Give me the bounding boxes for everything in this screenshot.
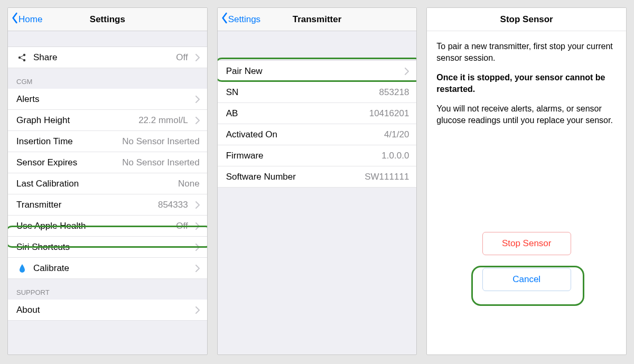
- insertion-time-label: Insertion Time: [16, 136, 73, 147]
- chevron-right-icon: [195, 244, 200, 251]
- apple-health-row[interactable]: Use Apple Health Off: [8, 216, 207, 237]
- pair-new-label: Pair New: [226, 66, 263, 77]
- back-button[interactable]: Settings: [218, 12, 260, 26]
- pair-new-row[interactable]: Pair New: [218, 61, 417, 82]
- software-label: Software Number: [226, 172, 296, 182]
- share-icon: [16, 53, 28, 62]
- chevron-right-icon: [195, 306, 200, 314]
- back-label: Home: [18, 14, 42, 25]
- sensor-expires-value: No Sensor Inserted: [77, 157, 199, 168]
- paragraph-3: You will not receive alerts, alarms, or …: [436, 103, 617, 126]
- siri-row[interactable]: Siri Shortcuts: [8, 237, 207, 258]
- calibrate-label: Calibrate: [33, 263, 69, 274]
- alerts-label: Alerts: [16, 94, 39, 105]
- svg-line-4: [21, 58, 24, 60]
- transmitter-screen: Settings Transmitter Pair New SN 853218 …: [217, 7, 417, 355]
- sensor-expires-row: Sensor Expires No Sensor Inserted: [8, 152, 207, 173]
- stop-sensor-button[interactable]: Stop Sensor: [482, 232, 571, 255]
- chevron-right-icon: [195, 117, 200, 124]
- about-label: About: [16, 305, 40, 315]
- chevron-left-icon: [221, 12, 228, 26]
- insertion-time-row: Insertion Time No Sensor Inserted: [8, 131, 207, 152]
- transmitter-row[interactable]: Transmitter 854333: [8, 194, 207, 216]
- software-row: Software Number SW111111: [218, 166, 417, 188]
- activated-label: Activated On: [226, 129, 277, 140]
- spacer: [8, 31, 207, 47]
- sn-row: SN 853218: [218, 82, 417, 103]
- ab-value: 10416201: [238, 108, 409, 119]
- apple-health-label: Use Apple Health: [16, 221, 86, 231]
- graph-height-label: Graph Height: [16, 115, 70, 126]
- back-label: Settings: [228, 14, 260, 25]
- alerts-row[interactable]: Alerts: [8, 89, 207, 110]
- svg-line-3: [21, 55, 24, 57]
- firmware-label: Firmware: [226, 151, 264, 161]
- share-row[interactable]: Share Off: [8, 47, 207, 68]
- page-title: Stop Sensor: [427, 14, 626, 25]
- section-header-cgm: CGM: [8, 68, 207, 89]
- activated-row: Activated On 4/1/20: [218, 124, 417, 145]
- transmitter-value: 854333: [61, 200, 191, 210]
- chevron-right-icon: [195, 222, 200, 230]
- paragraph-1: To pair a new transmitter, first stop yo…: [436, 41, 617, 63]
- chevron-right-icon: [195, 54, 200, 61]
- section-header-support: SUPPORT: [8, 279, 207, 300]
- chevron-right-icon: [195, 96, 200, 103]
- share-value: Off: [57, 52, 191, 63]
- chevron-right-icon: [195, 265, 200, 272]
- insertion-time-value: No Sensor Inserted: [73, 136, 200, 147]
- about-row[interactable]: About: [8, 300, 207, 321]
- ab-label: AB: [226, 108, 238, 119]
- siri-label: Siri Shortcuts: [16, 242, 70, 253]
- cancel-button[interactable]: Cancel: [482, 268, 571, 291]
- last-calibration-row: Last Calibration None: [8, 173, 207, 194]
- firmware-value: 1.0.0.0: [264, 151, 409, 161]
- sn-value: 853218: [238, 87, 409, 98]
- graph-height-value: 22.2 mmol/L: [70, 115, 191, 126]
- navbar: Home Settings: [8, 8, 207, 31]
- stop-sensor-screen: Stop Sensor To pair a new transmitter, f…: [426, 7, 627, 355]
- chevron-right-icon: [195, 201, 200, 209]
- navbar: Settings Transmitter: [218, 8, 417, 31]
- last-calibration-label: Last Calibration: [16, 179, 79, 189]
- sensor-expires-label: Sensor Expires: [16, 157, 77, 168]
- paragraph-2: Once it is stopped, your sensor cannot b…: [436, 72, 617, 95]
- activated-value: 4/1/20: [277, 129, 409, 140]
- sn-label: SN: [226, 87, 239, 98]
- chevron-right-icon: [405, 68, 409, 75]
- chevron-left-icon: [11, 12, 18, 26]
- calibrate-row[interactable]: Calibrate: [8, 258, 207, 279]
- last-calibration-value: None: [79, 179, 200, 189]
- navbar: Stop Sensor: [427, 8, 626, 31]
- software-value: SW111111: [296, 172, 409, 182]
- drop-icon: [16, 264, 28, 273]
- ab-row: AB 10416201: [218, 103, 417, 124]
- firmware-row: Firmware 1.0.0.0: [218, 145, 417, 166]
- graph-height-row[interactable]: Graph Height 22.2 mmol/L: [8, 110, 207, 131]
- apple-health-value: Off: [86, 221, 191, 231]
- body-text: To pair a new transmitter, first stop yo…: [427, 31, 626, 126]
- back-button[interactable]: Home: [8, 12, 42, 26]
- settings-screen: Home Settings Share Off CGM Alerts: [7, 7, 208, 355]
- transmitter-label: Transmitter: [16, 200, 61, 210]
- share-label: Share: [33, 52, 57, 63]
- spacer: [218, 31, 417, 61]
